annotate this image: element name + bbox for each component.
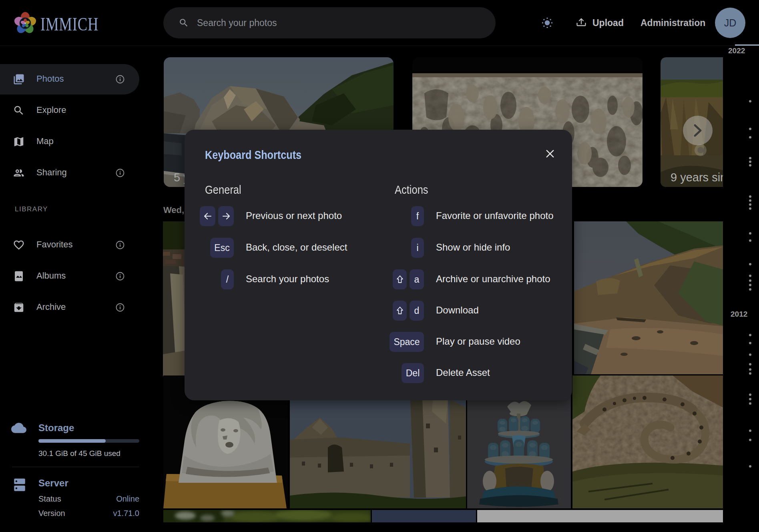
svg-text:9 years sin: 9 years sin [671, 171, 723, 184]
